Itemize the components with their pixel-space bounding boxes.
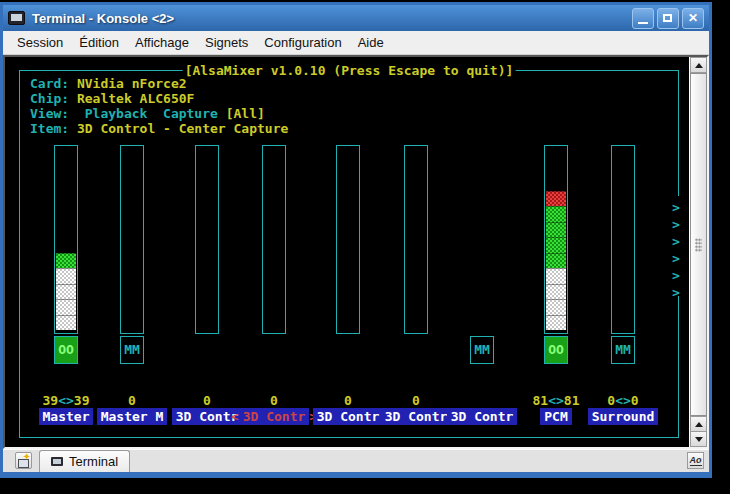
font-size-button[interactable]: Ao (687, 452, 704, 469)
mute-indicator: MM (611, 336, 635, 364)
mute-indicator: MM (470, 336, 494, 364)
volume-bar (404, 145, 428, 334)
volume-fill (56, 253, 76, 331)
scrollbar-thumb[interactable] (690, 73, 707, 416)
alsamixer-info: Card: NVidia nForce2Chip: Realtek ALC650… (30, 76, 288, 136)
menu-item-configuration[interactable]: Configuration (256, 33, 349, 52)
tab-terminal[interactable]: Terminal (39, 450, 130, 472)
mute-indicator: MM (120, 336, 144, 364)
info-line: View: Playback Capture [All] (30, 106, 288, 121)
volume-cell-green (56, 253, 76, 269)
volume-cell-white (56, 315, 76, 331)
window-title: Terminal - Konsole <2> (32, 11, 625, 26)
scroll-down-button[interactable] (690, 431, 707, 447)
volume-cell-white (546, 268, 566, 284)
font-icon: Ao (690, 455, 702, 466)
volume-cell-white (546, 299, 566, 315)
control-value: 0 (356, 393, 476, 408)
window-buttons: ✕ (632, 8, 704, 29)
volume-cell-red (546, 191, 566, 207)
tab-label: Terminal (69, 454, 118, 469)
titlebar[interactable]: Terminal - Konsole <2> ✕ (3, 5, 709, 31)
scroll-up-icon (695, 422, 703, 427)
konsole-window: Terminal - Konsole <2> ✕ SessionÉditionA… (0, 2, 712, 478)
tabbar: ✦ Terminal Ao (3, 449, 709, 472)
volume-bar (120, 145, 144, 334)
menu-item-signets[interactable]: Signets (197, 33, 256, 52)
terminal-frame: [AlsaMixer v1.0.10 (Press Escape to quit… (3, 55, 709, 449)
volume-bar (544, 145, 568, 334)
volume-cell-white (546, 315, 566, 331)
info-line: Card: NVidia nForce2 (30, 76, 288, 91)
volume-cell-green (546, 253, 566, 269)
menu-item-dition[interactable]: Édition (71, 33, 127, 52)
volume-bar (195, 145, 219, 334)
volume-cell-white (56, 268, 76, 284)
maximize-button[interactable] (657, 8, 679, 29)
scroll-down-icon (695, 437, 703, 442)
scroll-up-button-bottom[interactable] (690, 416, 707, 432)
mute-indicator: OO (544, 336, 568, 364)
scrollbar-track[interactable] (690, 73, 707, 416)
menubar: SessionÉditionAffichageSignetsConfigurat… (3, 31, 709, 55)
volume-fill (546, 191, 566, 331)
close-icon: ✕ (683, 9, 703, 27)
terminal-screen[interactable]: [AlsaMixer v1.0.10 (Press Escape to quit… (5, 57, 689, 447)
volume-cell-white (546, 284, 566, 300)
info-line: Chip: Realtek ALC650F (30, 91, 288, 106)
scrollbar-grip (695, 238, 702, 252)
volume-cell-white (56, 284, 76, 300)
volume-bar (336, 145, 360, 334)
terminal-app-icon (8, 11, 25, 25)
mute-indicator: OO (54, 336, 78, 364)
menu-item-session[interactable]: Session (9, 33, 71, 52)
new-session-star-icon: ✦ (23, 452, 31, 462)
scrollbar[interactable] (689, 57, 707, 447)
new-session-button[interactable]: ✦ (15, 452, 32, 469)
volume-cell-green (546, 222, 566, 238)
volume-cell-white (56, 299, 76, 315)
menu-item-affichage[interactable]: Affichage (127, 33, 197, 52)
control-label: Surround (553, 409, 689, 424)
close-button[interactable]: ✕ (682, 8, 704, 29)
minimize-button[interactable] (632, 8, 654, 29)
volume-bar (611, 145, 635, 334)
volume-cell-green (546, 237, 566, 253)
control-value: 0<>0 (563, 393, 683, 408)
volume-bar (262, 145, 286, 334)
scroll-up-icon (695, 63, 703, 68)
terminal-tab-icon (51, 457, 63, 466)
info-line: Item: 3D Control - Center Capture (30, 121, 288, 136)
menu-item-aide[interactable]: Aide (350, 33, 392, 52)
more-controls-indicator: >>>>>> (668, 199, 684, 301)
volume-cell-green (546, 206, 566, 222)
volume-bar (54, 145, 78, 334)
scroll-up-button[interactable] (690, 57, 707, 73)
